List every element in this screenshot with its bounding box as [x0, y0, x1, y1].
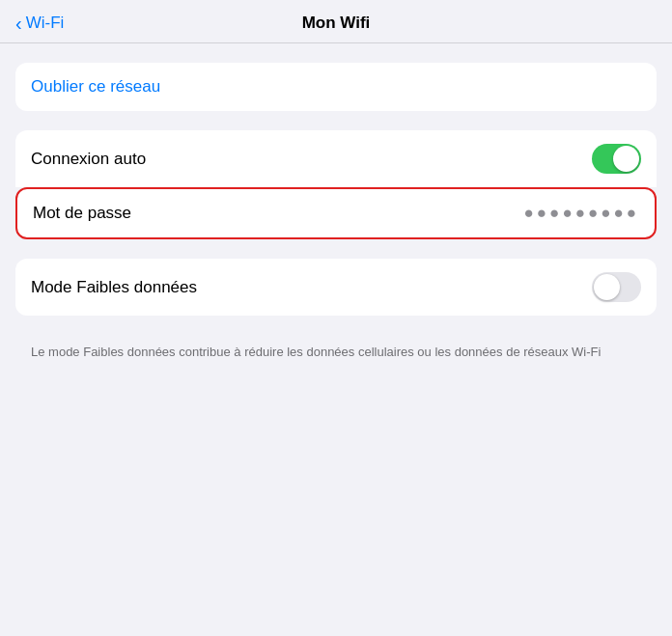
low-data-card: Mode Faibles données	[15, 259, 657, 316]
forget-network-row[interactable]: Oublier ce réseau	[15, 63, 657, 111]
header: ‹ Wi-Fi Mon Wifi	[0, 0, 672, 43]
back-chevron-icon: ‹	[15, 14, 22, 33]
settings-card-wrapper: Connexion auto Mot de passe ●●●●●●●●●	[15, 130, 657, 239]
password-row[interactable]: Mot de passe ●●●●●●●●●	[17, 189, 655, 237]
back-label: Wi-Fi	[26, 14, 65, 33]
low-data-toggle-thumb	[594, 274, 620, 300]
forget-network-card: Oublier ce réseau	[15, 63, 657, 111]
auto-connect-label: Connexion auto	[31, 150, 146, 169]
toggle-thumb	[613, 146, 639, 172]
low-data-row: Mode Faibles données	[15, 259, 657, 316]
password-label: Mot de passe	[33, 204, 131, 223]
page-title: Mon Wifi	[302, 14, 371, 33]
content: Oublier ce réseau Connexion auto Mot de …	[0, 43, 672, 381]
password-row-wrapper: Mot de passe ●●●●●●●●●	[15, 187, 657, 239]
auto-connect-card: Connexion auto	[15, 130, 657, 187]
password-dots: ●●●●●●●●●	[524, 204, 639, 223]
auto-connect-row: Connexion auto	[15, 130, 657, 187]
back-button[interactable]: ‹ Wi-Fi	[15, 14, 64, 33]
low-data-description: Le mode Faibles données contribue à rédu…	[15, 335, 657, 362]
low-data-label: Mode Faibles données	[31, 278, 197, 297]
forget-network-label: Oublier ce réseau	[31, 77, 160, 97]
auto-connect-toggle[interactable]	[592, 144, 641, 174]
low-data-toggle[interactable]	[592, 272, 641, 302]
